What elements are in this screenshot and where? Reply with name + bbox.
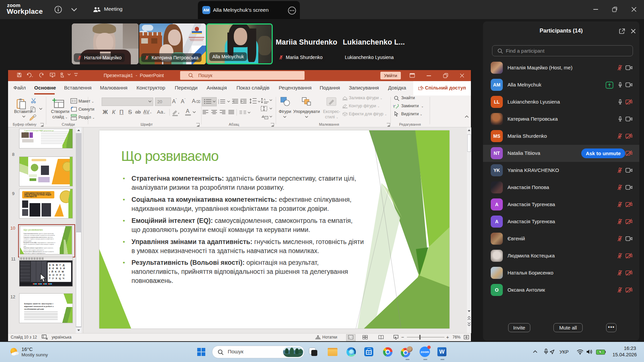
svg-text:A: A <box>264 98 266 101</box>
svg-text:c: c <box>396 106 397 109</box>
svg-text:3: 3 <box>218 102 219 104</box>
